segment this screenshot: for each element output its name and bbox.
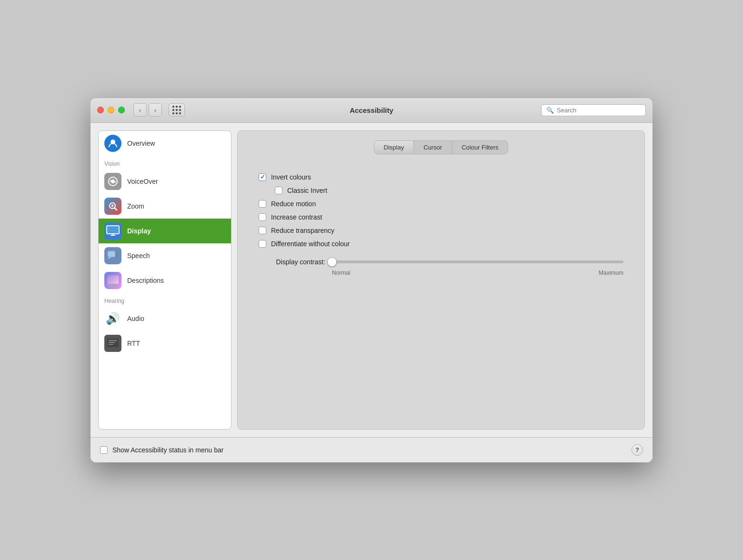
svg-rect-22 bbox=[109, 342, 115, 343]
slider-thumb[interactable] bbox=[327, 257, 337, 267]
sidebar-item-descriptions[interactable]: Descriptions bbox=[99, 268, 231, 293]
slider-min-label: Normal bbox=[332, 270, 351, 276]
checkmark-icon: ✓ bbox=[260, 174, 265, 180]
svg-marker-12 bbox=[108, 257, 111, 260]
slider-row: Display contrast: bbox=[259, 258, 623, 266]
sidebar-item-voiceover[interactable]: VoiceOver bbox=[99, 169, 231, 194]
tab-cursor[interactable]: Cursor bbox=[414, 141, 452, 154]
sidebar: Overview Vision VoiceOver bbox=[98, 130, 231, 430]
maximize-button[interactable] bbox=[118, 107, 125, 113]
tab-bar: Display Cursor Colour Filters bbox=[249, 140, 633, 154]
invert-colours-checkbox[interactable]: ✓ bbox=[259, 173, 266, 181]
option-row-differentiate: Differentiate without colour bbox=[249, 237, 633, 250]
window-title: Accessibility bbox=[350, 106, 393, 114]
main-content: Overview Vision VoiceOver bbox=[90, 123, 653, 437]
back-icon: ‹ bbox=[139, 107, 141, 114]
sidebar-item-label: VoiceOver bbox=[127, 178, 158, 185]
search-box[interactable]: 🔍 bbox=[541, 104, 646, 116]
svg-rect-11 bbox=[108, 251, 115, 257]
sidebar-item-label: Descriptions bbox=[127, 277, 164, 284]
sidebar-item-label: Speech bbox=[127, 252, 150, 260]
reduce-motion-label: Reduce motion bbox=[271, 200, 316, 208]
svg-rect-16 bbox=[107, 275, 119, 284]
forward-icon: › bbox=[154, 107, 156, 114]
sidebar-item-overview[interactable]: Overview bbox=[99, 131, 231, 156]
option-row-classic-invert: Classic Invert bbox=[249, 184, 633, 197]
option-row-reduce-motion: Reduce motion bbox=[249, 197, 633, 210]
option-row-reduce-transparency: Reduce transparency bbox=[249, 224, 633, 237]
sidebar-item-speech[interactable]: Speech bbox=[99, 243, 231, 268]
classic-invert-label: Classic Invert bbox=[287, 187, 327, 194]
slider-max-label: Maximum bbox=[599, 270, 623, 276]
options-area: ✓ Invert colours Classic Invert Reduce m… bbox=[249, 166, 633, 420]
reduce-motion-checkbox[interactable] bbox=[259, 200, 266, 208]
sidebar-item-label: Audio bbox=[127, 315, 144, 322]
svg-rect-21 bbox=[109, 340, 117, 341]
overview-icon-shape bbox=[104, 135, 121, 152]
svg-rect-7 bbox=[107, 226, 119, 234]
svg-point-19 bbox=[116, 285, 118, 286]
bottom-bar: Show Accessibility status in menu bar ? bbox=[90, 437, 653, 462]
invert-colours-label: Invert colours bbox=[271, 173, 311, 181]
grid-button[interactable] bbox=[169, 103, 185, 117]
slider-labels: Normal Maximum bbox=[259, 270, 623, 276]
hearing-section-header: Hearing bbox=[99, 293, 231, 306]
tab-group: Display Cursor Colour Filters bbox=[374, 140, 509, 154]
slider-label: Display contrast: bbox=[259, 258, 325, 266]
minimize-button[interactable] bbox=[108, 107, 114, 113]
main-window: ‹ › Accessibility 🔍 bbox=[90, 98, 653, 462]
forward-button[interactable]: › bbox=[149, 103, 162, 117]
option-row-invert-colours: ✓ Invert colours bbox=[249, 170, 633, 184]
search-input[interactable] bbox=[557, 107, 641, 114]
audio-icon: 🔊 bbox=[104, 310, 121, 327]
slider-track[interactable] bbox=[332, 260, 623, 263]
rtt-icon bbox=[104, 335, 121, 352]
sidebar-item-label: RTT bbox=[127, 340, 140, 347]
differentiate-label: Differentiate without colour bbox=[271, 240, 350, 248]
close-button[interactable] bbox=[97, 107, 104, 113]
search-icon: 🔍 bbox=[546, 107, 554, 114]
reduce-transparency-checkbox[interactable] bbox=[259, 227, 266, 234]
differentiate-checkbox[interactable] bbox=[259, 240, 266, 248]
right-panel: Display Cursor Colour Filters ✓ Invert c… bbox=[237, 130, 645, 430]
speech-icon bbox=[104, 247, 121, 264]
sidebar-item-display[interactable]: Display bbox=[99, 219, 231, 243]
sidebar-item-audio[interactable]: 🔊 Audio bbox=[99, 306, 231, 331]
voiceover-icon bbox=[104, 173, 121, 190]
titlebar: ‹ › Accessibility 🔍 bbox=[90, 98, 653, 123]
zoom-icon bbox=[104, 198, 121, 215]
nav-buttons: ‹ › bbox=[133, 103, 162, 117]
help-button[interactable]: ? bbox=[632, 444, 643, 456]
option-row-increase-contrast: Increase contrast bbox=[249, 210, 633, 224]
increase-contrast-label: Increase contrast bbox=[271, 213, 322, 221]
menu-bar-checkbox[interactable] bbox=[100, 446, 108, 454]
tab-display[interactable]: Display bbox=[374, 141, 414, 154]
display-icon bbox=[104, 222, 121, 240]
grid-icon bbox=[172, 106, 181, 115]
back-button[interactable]: ‹ bbox=[133, 103, 147, 117]
svg-point-18 bbox=[108, 285, 110, 286]
vision-section-header: Vision bbox=[99, 156, 231, 169]
svg-rect-23 bbox=[109, 344, 113, 345]
descriptions-icon bbox=[104, 272, 121, 289]
sidebar-item-label: Zoom bbox=[127, 202, 144, 210]
slider-area: Display contrast: Normal Maximum bbox=[249, 250, 633, 276]
overview-icon bbox=[104, 135, 121, 152]
tab-colour-filters[interactable]: Colour Filters bbox=[452, 141, 508, 154]
sidebar-item-zoom[interactable]: Zoom bbox=[99, 194, 231, 219]
menu-bar-label: Show Accessibility status in menu bar bbox=[112, 446, 223, 454]
sidebar-item-rtt[interactable]: RTT bbox=[99, 331, 231, 356]
sidebar-item-label: Overview bbox=[127, 140, 155, 147]
sidebar-item-label: Display bbox=[127, 227, 151, 235]
svg-line-4 bbox=[115, 208, 117, 210]
reduce-transparency-label: Reduce transparency bbox=[271, 227, 334, 234]
bottom-left: Show Accessibility status in menu bar bbox=[100, 446, 223, 454]
increase-contrast-checkbox[interactable] bbox=[259, 213, 266, 221]
classic-invert-checkbox[interactable] bbox=[275, 187, 282, 194]
traffic-lights bbox=[97, 107, 125, 113]
